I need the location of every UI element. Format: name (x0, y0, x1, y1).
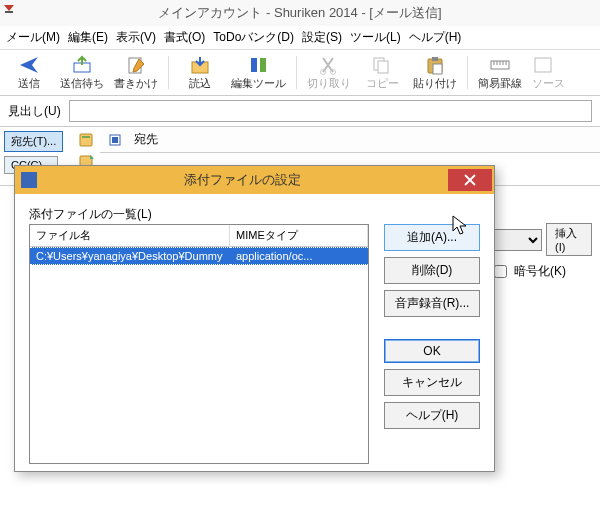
toolbar-button-label: 編集ツール (231, 76, 286, 91)
toolbar-button-label: 送信 (18, 76, 40, 91)
help-button[interactable]: ヘルプ(H) (384, 402, 480, 429)
outbox-icon (71, 54, 93, 76)
dialog-title: 添付ファイルの設定 (37, 171, 448, 189)
attachment-listview[interactable]: ファイル名 MIMEタイプ C:¥Users¥yanagiya¥Desktop¥… (29, 224, 369, 464)
column-header-mimetype[interactable]: MIMEタイプ (230, 225, 368, 246)
svg-rect-16 (535, 58, 551, 72)
menu-item[interactable]: 編集(E) (68, 30, 108, 44)
voice-record-button[interactable]: 音声録音(R)... (384, 290, 480, 317)
toolbar: 送信送信待ち書きかけ読込編集ツール切り取りコピー貼り付け簡易罫線ソース (0, 50, 600, 96)
source-icon (532, 54, 554, 76)
toolbar-button-label: 切り取り (307, 76, 351, 91)
toolbar-button-label: 簡易罫線 (478, 76, 522, 91)
dialog-system-icon (21, 172, 37, 188)
toolbar-edittools-button[interactable]: 編集ツール (227, 52, 290, 93)
toolbar-button-label: ソース (532, 76, 565, 91)
svg-rect-6 (251, 58, 257, 72)
toolbar-outbox-button[interactable]: 送信待ち (56, 52, 108, 93)
svg-rect-17 (80, 134, 92, 146)
to-button[interactable]: 宛先(T)... (4, 131, 63, 152)
toolbar-separator (168, 56, 169, 89)
menu-bar: メール(M)編集(E)表示(V)書式(O)ToDoバンク(D)設定(S)ツール(… (0, 26, 600, 50)
insert-select[interactable] (490, 229, 542, 251)
svg-marker-0 (4, 5, 14, 11)
subject-input[interactable] (69, 100, 592, 122)
toolbar-separator (467, 56, 468, 89)
add-button[interactable]: 追加(A)... (384, 224, 480, 251)
encrypt-checkbox-row[interactable]: 暗号化(K) (490, 262, 592, 281)
menu-item[interactable]: 書式(O) (164, 30, 205, 44)
toolbar-button-label: 読込 (189, 76, 211, 91)
attachment-settings-dialog: 添付ファイルの設定 添付ファイルの一覧(L) ファイル名 MIMEタイプ C:¥… (14, 165, 495, 472)
cut-icon (318, 54, 340, 76)
recipient-icon (108, 133, 122, 147)
ok-button[interactable]: OK (384, 339, 480, 363)
menu-item[interactable]: 表示(V) (116, 30, 156, 44)
toolbar-paste-button[interactable]: 貼り付け (409, 52, 461, 93)
toolbar-draft-button[interactable]: 書きかけ (110, 52, 162, 93)
svg-rect-11 (378, 61, 388, 73)
app-icon (2, 2, 16, 16)
attachment-row-file: C:¥Users¥yanagiya¥Desktop¥Dummy (30, 247, 230, 265)
delete-button[interactable]: 削除(D) (384, 257, 480, 284)
svg-marker-2 (20, 57, 38, 73)
menu-item[interactable]: 設定(S) (302, 30, 342, 44)
load-icon (189, 54, 211, 76)
ruler-icon (489, 54, 511, 76)
menu-item[interactable]: ツール(L) (350, 30, 401, 44)
toolbar-button-label: コピー (366, 76, 399, 91)
svg-rect-14 (433, 64, 442, 74)
dialog-close-button[interactable] (448, 169, 492, 191)
svg-rect-13 (432, 57, 438, 61)
toolbar-load-button[interactable]: 読込 (175, 52, 225, 93)
attachment-list-label: 添付ファイルの一覧(L) (29, 206, 480, 223)
svg-rect-1 (5, 11, 13, 13)
toolbar-cut-button: 切り取り (303, 52, 355, 93)
svg-rect-18 (82, 136, 90, 138)
toolbar-send-button[interactable]: 送信 (4, 52, 54, 93)
paste-icon (424, 54, 446, 76)
edittools-icon (248, 54, 270, 76)
subject-label: 見出し(U) (8, 103, 61, 120)
encrypt-label: 暗号化(K) (514, 263, 566, 280)
toolbar-button-label: 書きかけ (114, 76, 158, 91)
cancel-button[interactable]: キャンセル (384, 369, 480, 396)
insert-button[interactable]: 挿入(I) (546, 223, 592, 256)
menu-item[interactable]: ToDoバンク(D) (213, 30, 294, 44)
svg-rect-7 (260, 58, 266, 72)
window-title: メインアカウント - Shuriken 2014 - [メール送信] (0, 0, 600, 26)
send-icon (18, 54, 40, 76)
attachment-row-mime: application/oc... (230, 247, 368, 265)
toolbar-copy-button: コピー (357, 52, 407, 93)
recipient-header-label: 宛先 (134, 131, 158, 148)
svg-rect-21 (112, 137, 118, 143)
copy-icon (371, 54, 393, 76)
toolbar-separator (296, 56, 297, 89)
menu-item[interactable]: メール(M) (6, 30, 60, 44)
encrypt-checkbox[interactable] (494, 265, 507, 278)
attachment-row[interactable]: C:¥Users¥yanagiya¥Desktop¥Dummy applicat… (30, 247, 368, 265)
attachment-list-header[interactable]: ファイル名 MIMEタイプ (30, 225, 368, 247)
column-header-filename[interactable]: ファイル名 (30, 225, 230, 246)
menu-item[interactable]: ヘルプ(H) (409, 30, 462, 44)
toolbar-source-button: ソース (528, 52, 578, 93)
toolbar-button-label: 送信待ち (60, 76, 104, 91)
draft-icon (125, 54, 147, 76)
toolbar-ruler-button[interactable]: 簡易罫線 (474, 52, 526, 93)
toolbar-button-label: 貼り付け (413, 76, 457, 91)
addressbook-icon[interactable] (78, 131, 96, 149)
